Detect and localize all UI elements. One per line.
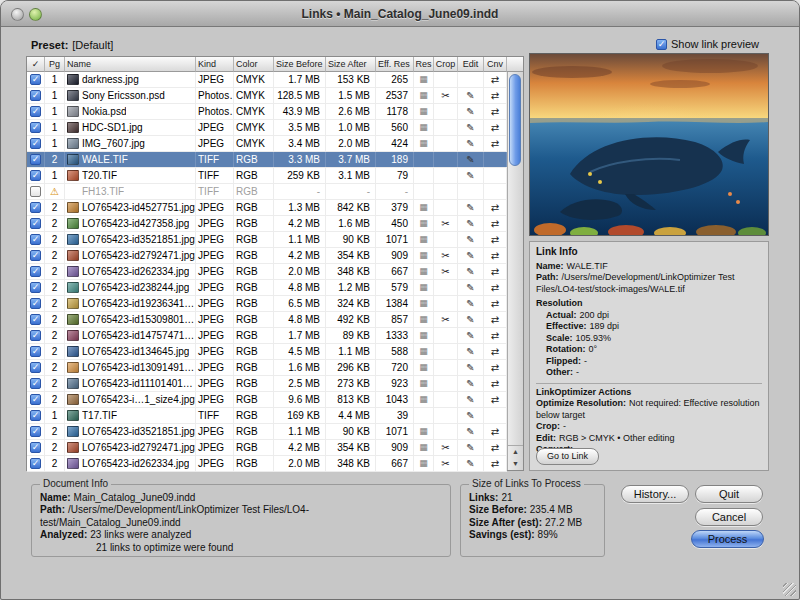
row-checkbox[interactable]: ✓ bbox=[30, 458, 41, 469]
size-before-cell: 1.6 MB bbox=[274, 360, 326, 375]
history-button[interactable]: History... bbox=[621, 485, 689, 503]
crop-cell bbox=[434, 344, 458, 359]
page-number-cell: 2 bbox=[45, 264, 65, 279]
row-checkbox[interactable]: ✓ bbox=[30, 154, 41, 165]
row-checkbox[interactable]: ✓ bbox=[30, 138, 41, 149]
table-row[interactable]: ✓2LO765423-id3521851.jpgJPEGRGB1.1 MB90 … bbox=[27, 424, 507, 440]
title-bar[interactable]: Links • Main_Catalog_June09.indd bbox=[1, 1, 799, 27]
field-label: Name: bbox=[40, 492, 71, 503]
row-checkbox[interactable]: ✓ bbox=[30, 218, 41, 229]
field-label: Rotation: bbox=[546, 344, 586, 354]
go-to-link-button[interactable]: Go to Link bbox=[536, 448, 599, 466]
file-name: Sony Ericsson.psd bbox=[82, 90, 165, 101]
table-row[interactable]: ✓2LO765423-id134645.jpgJPEGRGB4.5 MB1.1 … bbox=[27, 344, 507, 360]
table-row[interactable]: ✓1T20.TIFTIFFRGB259 KB3.1 MB79✎ bbox=[27, 168, 507, 184]
scroll-up-arrow-icon[interactable]: ▲ bbox=[508, 446, 523, 458]
row-checkbox[interactable]: ✓ bbox=[30, 442, 41, 453]
table-row[interactable]: ✓2LO765423-id2792471.jpgJPEGRGB4.2 MB354… bbox=[27, 440, 507, 456]
table-row[interactable]: ✓1T17.TIFTIFFRGB169 KB4.4 MB39✎ bbox=[27, 408, 507, 424]
table-row[interactable]: ✓1HDC-SD1.jpgJPEGCMYK3.5 MB1.0 MB560▦✎⇄ bbox=[27, 120, 507, 136]
color-cell: RGB bbox=[234, 376, 274, 391]
row-checkbox[interactable]: ✓ bbox=[30, 282, 41, 293]
column-header-eff-res[interactable]: Eff. Res bbox=[376, 57, 414, 72]
column-header-color[interactable]: Color bbox=[234, 57, 274, 72]
table-row[interactable]: ✓2LO765423-id4527751.jpgJPEGRGB1.3 MB842… bbox=[27, 200, 507, 216]
table-row[interactable]: ✓2LO765423-i…1_size4.jpgJPEGRGB9.6 MB813… bbox=[27, 392, 507, 408]
row-checkbox[interactable]: ✓ bbox=[30, 74, 41, 85]
table-row[interactable]: ✓1Sony Ericsson.psdPhotos…CMYK128.5 MB1.… bbox=[27, 88, 507, 104]
color-cell: RGB bbox=[234, 232, 274, 247]
close-button[interactable] bbox=[11, 8, 24, 21]
column-header-edit[interactable]: Edit bbox=[458, 57, 484, 72]
column-header-crop[interactable]: Crop bbox=[434, 57, 458, 72]
table-row[interactable]: ✓2WALE.TIFTIFFRGB3.3 MB3.7 MB189✎ bbox=[27, 152, 507, 168]
column-header-res[interactable]: Res bbox=[414, 57, 434, 72]
table-row[interactable]: ✓1darkness.jpgJPEGCMYK1.7 MB153 KB265▦⇄ bbox=[27, 72, 507, 88]
column-header-check[interactable]: ✓ bbox=[27, 57, 45, 72]
row-checkbox[interactable]: ✓ bbox=[30, 378, 41, 389]
row-checkbox[interactable]: ✓ bbox=[30, 426, 41, 437]
table-row[interactable]: ✓2LO765423-id262334.jpgJPEGRGB2.0 MB348 … bbox=[27, 456, 507, 472]
column-header-size-after[interactable]: Size After bbox=[326, 57, 376, 72]
row-checkbox[interactable]: ✓ bbox=[30, 298, 41, 309]
row-checkbox[interactable]: ✓ bbox=[30, 362, 41, 373]
table-row[interactable]: ✓2LO765423-id15309801.jpgJPEGRGB4.8 MB49… bbox=[27, 312, 507, 328]
file-thumbnail bbox=[67, 250, 79, 261]
row-checkbox[interactable]: ✓ bbox=[30, 122, 41, 133]
eff-res-cell: 909 bbox=[376, 440, 414, 455]
table-row[interactable]: ✓1Nokia.psdPhotos…CMYK43.9 MB2.6 MB1178▦… bbox=[27, 104, 507, 120]
size-after-cell: 153 KB bbox=[326, 72, 376, 87]
table-row[interactable]: ⚠FH13.TIFTIFFRGB--- bbox=[27, 184, 507, 200]
preset-value[interactable]: [Default] bbox=[72, 39, 113, 51]
field-label: Effective: bbox=[546, 321, 587, 331]
resolution-icon: ▦ bbox=[419, 283, 428, 292]
show-link-preview-checkbox[interactable]: ✓ bbox=[656, 39, 667, 50]
row-checkbox[interactable]: ✓ bbox=[30, 250, 41, 261]
table-row[interactable]: ✓2LO765423-id13091491.jpgJPEGRGB1.6 MB29… bbox=[27, 360, 507, 376]
quit-button[interactable]: Quit bbox=[695, 485, 763, 503]
show-link-preview[interactable]: ✓ Show link preview bbox=[656, 38, 759, 50]
resize-grip[interactable] bbox=[783, 583, 796, 596]
table-row[interactable]: ✓2LO765423-id11101401.jpgJPEGRGB2.5 MB27… bbox=[27, 376, 507, 392]
size-before-cell: 1.7 MB bbox=[274, 72, 326, 87]
scrollbar-thumb[interactable] bbox=[509, 74, 521, 166]
table-row[interactable]: ✓2LO765423-id14757471.jpgJPEGRGB1.7 MB89… bbox=[27, 328, 507, 344]
column-header-cnv[interactable]: Cnv bbox=[484, 57, 507, 72]
column-header-name[interactable]: Name bbox=[65, 57, 196, 72]
column-header-pg[interactable]: Pg bbox=[45, 57, 65, 72]
row-checkbox[interactable]: ✓ bbox=[30, 330, 41, 341]
column-header-scroll-stub bbox=[507, 57, 523, 72]
eff-res-cell: 857 bbox=[376, 312, 414, 327]
scroll-down-arrow-icon[interactable]: ▼ bbox=[508, 458, 523, 470]
file-name: LO765423-id4527751.jpg bbox=[82, 202, 195, 213]
row-checkbox[interactable]: ✓ bbox=[30, 202, 41, 213]
row-checkbox[interactable]: ✓ bbox=[30, 394, 41, 405]
pencil-icon: ✎ bbox=[466, 123, 474, 133]
row-checkbox[interactable]: ✓ bbox=[30, 90, 41, 101]
row-checkbox[interactable]: ✓ bbox=[30, 314, 41, 325]
row-checkbox[interactable]: ✓ bbox=[30, 410, 41, 421]
page-number-cell: 2 bbox=[45, 360, 65, 375]
table-row[interactable]: ✓2LO765423-id19236341.jpgJPEGRGB6.5 MB32… bbox=[27, 296, 507, 312]
crop-cell bbox=[434, 120, 458, 135]
column-header-size-before[interactable]: Size Before bbox=[274, 57, 326, 72]
field-label: Path: bbox=[40, 504, 65, 515]
process-button[interactable]: Process bbox=[691, 530, 764, 548]
table-scrollbar[interactable]: ▲ ▼ bbox=[507, 72, 523, 470]
table-row[interactable]: ✓2LO765423-id262334.jpgJPEGRGB2.0 MB348 … bbox=[27, 264, 507, 280]
column-header-kind[interactable]: Kind bbox=[196, 57, 234, 72]
table-row[interactable]: ✓2LO765423-id3521851.jpgJPEGRGB1.1 MB90 … bbox=[27, 232, 507, 248]
row-checkbox[interactable]: ✓ bbox=[30, 346, 41, 357]
cancel-button[interactable]: Cancel bbox=[695, 508, 763, 526]
row-checkbox[interactable]: ✓ bbox=[30, 106, 41, 117]
zoom-button[interactable] bbox=[29, 8, 42, 21]
table-row[interactable]: ✓1IMG_7607.jpgJPEGCMYK3.4 MB2.0 MB424▦✎⇄ bbox=[27, 136, 507, 152]
row-checkbox[interactable] bbox=[30, 186, 41, 197]
row-checkbox[interactable]: ✓ bbox=[30, 266, 41, 277]
table-row[interactable]: ✓2LO765423-id238244.jpgJPEGRGB4.8 MB1.2 … bbox=[27, 280, 507, 296]
row-checkbox[interactable]: ✓ bbox=[30, 234, 41, 245]
table-row[interactable]: ✓2LO765423-id2792471.jpgJPEGRGB4.2 MB354… bbox=[27, 248, 507, 264]
pencil-icon: ✎ bbox=[466, 427, 474, 437]
table-row[interactable]: ✓2LO765423-id427358.jpgJPEGRGB4.2 MB1.6 … bbox=[27, 216, 507, 232]
row-checkbox[interactable]: ✓ bbox=[30, 170, 41, 181]
